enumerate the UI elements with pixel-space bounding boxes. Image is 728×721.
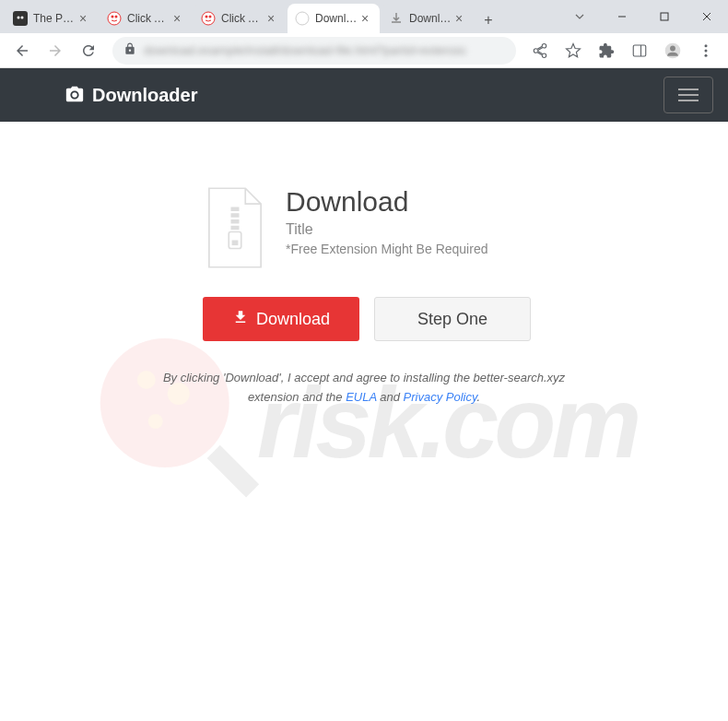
file-icon: [203, 186, 267, 269]
svg-rect-12: [633, 45, 646, 56]
svg-point-18: [705, 53, 708, 56]
svg-point-17: [705, 49, 708, 52]
svg-point-4: [112, 16, 114, 18]
svg-point-23: [148, 414, 163, 429]
tab-title: Downloa: [315, 12, 358, 25]
tab-title: Click Allo: [221, 12, 264, 25]
svg-rect-25: [231, 207, 240, 212]
close-icon[interactable]: ×: [76, 11, 90, 26]
svg-point-19: [72, 92, 77, 98]
svg-point-15: [670, 45, 675, 51]
download-info: Download Title *Free Extension Might Be …: [286, 186, 487, 256]
download-button[interactable]: Download: [203, 297, 359, 341]
tab-downloader-loading[interactable]: Downloa ×: [382, 4, 474, 33]
maximize-button[interactable]: [643, 2, 686, 31]
close-icon[interactable]: ×: [170, 11, 184, 26]
url-text: download.example/install/download-file.h…: [144, 43, 505, 57]
profile-icon[interactable]: [658, 36, 687, 65]
site-brand[interactable]: Downloader: [65, 85, 197, 106]
browser-toolbar: download.example/install/download-file.h…: [0, 33, 728, 68]
tab-title: Click Allo: [127, 12, 170, 25]
svg-point-2: [21, 17, 24, 19]
button-row: Download Step One: [203, 297, 728, 341]
close-icon[interactable]: ×: [452, 11, 466, 26]
svg-point-16: [705, 44, 708, 47]
svg-rect-24: [207, 445, 260, 498]
tab-favicon: [201, 11, 216, 26]
close-button[interactable]: [686, 2, 728, 31]
svg-point-6: [202, 12, 215, 25]
step-button-label: Step One: [417, 310, 487, 329]
disclaimer: By clicking 'Download', I accept and agr…: [161, 369, 567, 408]
svg-rect-26: [231, 213, 240, 218]
svg-point-8: [209, 16, 212, 18]
download-note: *Free Extension Might Be Required: [286, 242, 487, 256]
tab-favicon: [13, 11, 28, 26]
tab-favicon: [295, 11, 310, 26]
svg-rect-27: [231, 219, 240, 224]
tab-bar: The Pirat × Click Allo × Click Allo × Do…: [0, 0, 599, 33]
watermark: risk.com: [91, 329, 637, 514]
svg-rect-11: [661, 13, 668, 20]
tab-downloader-active[interactable]: Downloa ×: [288, 4, 380, 33]
forward-button[interactable]: [41, 36, 70, 65]
download-card: Download Title *Free Extension Might Be …: [0, 186, 728, 269]
brand-label: Downloader: [92, 85, 197, 106]
download-subtitle: Title: [286, 221, 487, 238]
share-icon[interactable]: [525, 36, 555, 65]
tab-click-allow-1[interactable]: Click Allo ×: [100, 4, 192, 33]
svg-point-9: [296, 12, 309, 25]
svg-rect-30: [232, 241, 239, 246]
hamburger-menu[interactable]: [663, 77, 713, 113]
svg-point-5: [115, 16, 118, 18]
svg-rect-0: [13, 11, 28, 26]
extensions-icon[interactable]: [592, 36, 621, 65]
tab-title: Downloa: [409, 12, 452, 25]
svg-point-21: [137, 371, 156, 389]
menu-icon[interactable]: [691, 36, 721, 65]
hamburger-icon: [678, 89, 699, 101]
tab-title: The Pirat: [33, 12, 76, 25]
download-icon: [232, 309, 249, 330]
disclaimer-and: and: [377, 390, 404, 404]
back-button[interactable]: [7, 36, 37, 65]
site-header: Downloader: [0, 68, 728, 122]
svg-rect-28: [231, 226, 240, 230]
tab-click-allow-2[interactable]: Click Allo ×: [194, 4, 286, 33]
camera-icon: [65, 85, 85, 105]
content: risk.com Download Title *Free Extension …: [0, 122, 728, 721]
eula-link[interactable]: EULA: [346, 390, 376, 404]
disclaimer-period: .: [476, 390, 480, 404]
privacy-link[interactable]: Privacy Policy: [404, 390, 477, 404]
sidepanel-icon[interactable]: [625, 36, 654, 65]
star-icon[interactable]: [558, 36, 588, 65]
lock-icon: [123, 42, 136, 59]
dropdown-icon[interactable]: [558, 2, 601, 31]
download-heading: Download: [286, 186, 487, 218]
svg-point-3: [108, 12, 121, 25]
svg-point-7: [205, 16, 208, 18]
tab-favicon: [107, 11, 122, 26]
step-one-button[interactable]: Step One: [374, 297, 531, 341]
window-controls: [558, 0, 728, 33]
new-tab-button[interactable]: +: [476, 7, 501, 33]
close-icon[interactable]: ×: [358, 11, 372, 26]
reload-button[interactable]: [74, 36, 103, 65]
address-bar[interactable]: download.example/install/download-file.h…: [112, 37, 516, 65]
download-icon: [389, 11, 404, 26]
download-button-label: Download: [256, 310, 330, 329]
svg-point-1: [18, 17, 20, 19]
close-icon[interactable]: ×: [264, 11, 278, 26]
minimize-button[interactable]: [601, 2, 643, 31]
tab-pirate[interactable]: The Pirat ×: [6, 4, 98, 33]
